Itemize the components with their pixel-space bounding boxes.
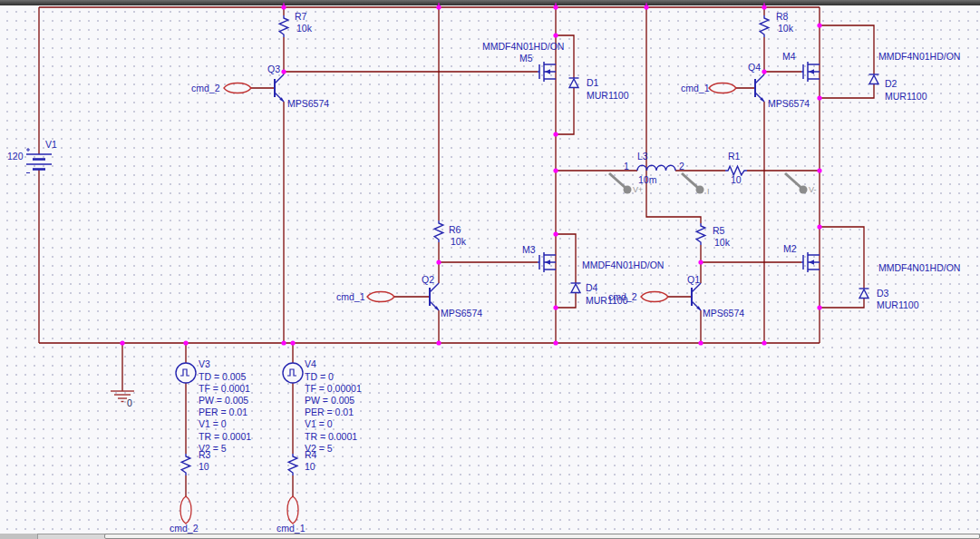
m3-model: MMDF4N01HD/ON [582, 260, 664, 270]
v4-param-td: TD = 0 [305, 371, 334, 382]
diode-d3-symbol[interactable] [859, 289, 869, 299]
d4-loop-wire[interactable] [556, 234, 576, 308]
d1-model: MUR1100 [587, 90, 629, 101]
d3-model: MUR1100 [877, 299, 919, 310]
r5-refdes: R5 [713, 225, 724, 236]
d3-refdes: D3 [877, 288, 888, 299]
port-cmd1-bottom[interactable] [287, 496, 298, 524]
resistor-r3-symbol[interactable] [181, 454, 190, 475]
wires[interactable] [39, 7, 874, 496]
v4-param-v1: V1 = 0 [305, 418, 333, 429]
mosfet-m5-symbol[interactable] [538, 62, 556, 82]
battery-plus-mark [26, 148, 30, 152]
r3-value: 10 [199, 461, 209, 472]
q2-refdes: Q2 [422, 274, 434, 285]
transistor-q2-symbol[interactable] [430, 283, 439, 310]
port-lead-wires[interactable] [251, 88, 755, 297]
r4-value: 10 [305, 461, 315, 472]
m3-refdes: M3 [522, 244, 536, 255]
inductor-l3-symbol[interactable] [637, 165, 675, 171]
r6-value: 10k [451, 236, 466, 247]
port-cmd1-q4[interactable] [709, 83, 736, 93]
v3-param-td: TD = 0.005 [199, 371, 246, 382]
q1-refdes: Q1 [687, 274, 700, 285]
v3-param-per: PER = 0.01 [199, 407, 247, 417]
current-probe-icon[interactable] [682, 173, 704, 194]
q2-model: MPS6574 [441, 308, 482, 318]
d3-loop-wire[interactable] [820, 227, 864, 308]
l3-pin2-label: 2 [679, 161, 684, 172]
q3-branch-wires[interactable] [284, 7, 538, 343]
d2-refdes: D2 [885, 78, 897, 89]
diode-d1-symbol[interactable] [569, 78, 579, 88]
v4-param-tr: TR = 0.0001 [305, 431, 357, 442]
v3-param-tf: TF = 0.0001 [199, 383, 250, 394]
q1-model: MPS6574 [703, 308, 744, 318]
voltage-minus-probe-icon[interactable] [785, 173, 808, 194]
r1-value: 10 [731, 174, 742, 185]
ground-net-label: 0 [127, 397, 132, 408]
r7-value: 10k [296, 23, 312, 34]
l3-pin1-label: 1 [624, 161, 629, 172]
diode-d4-symbol[interactable] [571, 283, 581, 293]
m5-model: MMDF4N01HD/ON [482, 41, 564, 52]
v4-param-tf: TF = 0.00001 [305, 383, 362, 394]
d2-loop-wire[interactable] [820, 25, 874, 98]
transistor-q1-symbol[interactable] [692, 283, 701, 310]
resistor-r5-symbol[interactable] [696, 223, 705, 245]
pulse-source-v4-symbol[interactable] [283, 363, 303, 383]
port-cmd1-q2[interactable] [367, 292, 394, 302]
m2-model: MMDF4N01HD/ON [878, 262, 960, 273]
q3-port-label: cmd_2 [191, 83, 220, 93]
m4-refdes: M4 [782, 51, 796, 62]
q4-port-label: cmd_1 [681, 83, 710, 93]
q4-refdes: Q4 [748, 62, 761, 73]
m2-refdes: M2 [783, 243, 797, 254]
resistor-r6-symbol[interactable] [434, 220, 443, 242]
resistor-r7-symbol[interactable] [279, 15, 288, 37]
m5-refdes: M5 [519, 53, 533, 64]
q3-refdes: Q3 [267, 64, 280, 74]
v3-refdes: V3 [199, 358, 210, 369]
probe-vminus-label: V- [809, 184, 817, 195]
v3-param-pw: PW = 0.005 [199, 395, 248, 406]
q2-port-label: cmd_1 [336, 291, 365, 302]
port-cmd2-q3[interactable] [224, 83, 251, 93]
junction-dots [120, 3, 821, 346]
mosfet-m4-symbol[interactable] [801, 62, 820, 82]
voltage-plus-probe-icon[interactable] [609, 173, 632, 194]
d4-refdes: D4 [586, 282, 597, 293]
v3-param-v1: V1 = 0 [199, 418, 227, 429]
mosfet-m3-symbol[interactable] [538, 252, 556, 272]
r5-value: 10k [714, 237, 730, 248]
transistor-q4-symbol[interactable] [755, 74, 764, 102]
resistor-r4-symbol[interactable] [288, 454, 297, 475]
mosfet-m2-symbol[interactable] [801, 252, 820, 272]
r4-refdes: R4 [305, 449, 316, 460]
resistor-r8-symbol[interactable] [760, 15, 769, 37]
transistor-q3-symbol[interactable] [275, 74, 284, 102]
v1-value: 120 [7, 151, 24, 162]
r8-refdes: R8 [776, 11, 788, 22]
port-cmd2-q1[interactable] [641, 292, 668, 302]
v1-refdes: V1 [45, 139, 57, 150]
r6-refdes: R6 [449, 224, 461, 235]
q4-model: MPS6574 [768, 98, 810, 109]
l3-refdes: L3 [637, 151, 648, 162]
d2-model: MUR1100 [885, 91, 927, 102]
r8-value: 10k [778, 23, 793, 34]
schematic-canvas[interactable] [0, 0, 980, 539]
v4-refdes: V4 [305, 358, 316, 369]
m4-model: MMDF4N01HD/ON [878, 51, 960, 62]
diode-d2-symbol[interactable] [869, 74, 879, 84]
probe-current-label: I [707, 186, 710, 197]
q1-port-label: cmd_2 [608, 291, 637, 302]
bottom-right-port-label: cmd_1 [277, 523, 306, 534]
port-cmd2-bottom[interactable] [180, 496, 191, 524]
d1-refdes: D1 [587, 77, 598, 88]
v4-param-per: PER = 0.01 [305, 407, 354, 417]
q1-branch-wires[interactable] [646, 7, 801, 343]
v4-param-pw: PW = 0.005 [305, 395, 354, 406]
pulse-source-v3-symbol[interactable] [176, 363, 196, 383]
horizontal-scrollbar-thumb[interactable] [104, 534, 980, 539]
